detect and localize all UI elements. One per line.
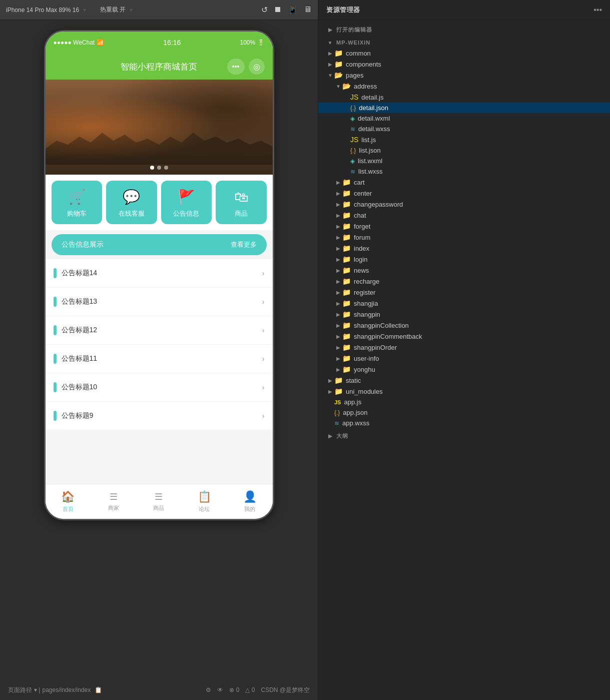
folder-shangpincollection[interactable]: 📁 shangpinCollection xyxy=(318,320,610,331)
index-arrow xyxy=(334,246,342,251)
js-icon: JS xyxy=(350,93,358,101)
news-arrow xyxy=(334,268,342,273)
changepassword-label: changepassword xyxy=(354,201,606,208)
dot-3[interactable] xyxy=(164,166,168,170)
folder-static[interactable]: 📁 static xyxy=(318,375,610,386)
folder-changepassword[interactable]: 📁 changepassword xyxy=(318,199,610,210)
folder-components[interactable]: 📁 components xyxy=(318,59,610,70)
notice-item-9[interactable]: 公告标题9 › xyxy=(46,402,273,430)
notice-bar[interactable]: 公告信息展示 查看更多 xyxy=(52,234,267,255)
notice-title-13: 公告标题13 xyxy=(62,297,98,306)
nav-mine-label: 我的 xyxy=(244,505,255,513)
dot-1[interactable] xyxy=(150,166,154,170)
folder-center[interactable]: 📁 center xyxy=(318,188,610,199)
device-label[interactable]: iPhone 14 Pro Max 89% 16 xyxy=(6,7,79,14)
wxml-icon: ◈ xyxy=(350,158,355,165)
forget-arrow xyxy=(334,224,342,229)
mp-weixin-label: MP-WEIXIN xyxy=(336,40,370,46)
notice-item-13[interactable]: 公告标题13 › xyxy=(46,288,273,316)
monitor-icon[interactable]: 🖥 xyxy=(304,5,312,15)
shangpin-arrow xyxy=(334,312,342,317)
shangjia-label: shangjia xyxy=(354,300,606,307)
file-list-wxss[interactable]: ≋ list.wxss xyxy=(318,166,610,177)
folder-pages[interactable]: 📂 pages xyxy=(318,70,610,81)
folder-user-info[interactable]: 📁 user-info xyxy=(318,353,610,364)
file-app-js[interactable]: JS app.js xyxy=(318,397,610,407)
folder-shangpin[interactable]: 📁 shangpin xyxy=(318,309,610,320)
register-folder-icon: 📁 xyxy=(342,288,351,296)
notice-badge xyxy=(54,354,57,364)
section-open-editors[interactable]: 打开的编辑器 xyxy=(318,22,610,36)
address-arrow xyxy=(334,84,342,89)
top-bar-icons: ↺ ⏹ 📱 🖥 xyxy=(261,5,312,15)
section-mp-weixin[interactable]: MP-WEIXIN xyxy=(318,36,610,48)
folder-chat[interactable]: 📁 chat xyxy=(318,210,610,221)
js-icon: JS xyxy=(350,136,358,144)
dot-2[interactable] xyxy=(157,166,161,170)
menu-cart[interactable]: 🛒 购物车 xyxy=(52,181,103,224)
file-app-json[interactable]: {.} app.json xyxy=(318,407,610,418)
file-list-wxml[interactable]: ◈ list.wxml xyxy=(318,156,610,166)
folder-shangpinorder[interactable]: 📁 shangpinOrder xyxy=(318,342,610,353)
time-display: 16:16 xyxy=(163,39,181,47)
folder-recharge[interactable]: 📁 recharge xyxy=(318,276,610,287)
notice-item-10[interactable]: 公告标题10 › xyxy=(46,373,273,402)
nav-goods[interactable]: ☰ 商品 xyxy=(136,487,182,516)
eye-icon[interactable]: 👁 xyxy=(217,686,223,693)
menu-notice[interactable]: 🚩 公告信息 xyxy=(161,181,212,224)
notice-more[interactable]: 查看更多 xyxy=(231,240,257,249)
nav-mine[interactable]: 👤 我的 xyxy=(227,486,273,517)
section-outline[interactable]: 大纲 xyxy=(318,428,610,442)
file-detail-json[interactable]: {.} detail.json xyxy=(318,103,610,113)
file-detail-wxml[interactable]: ◈ detail.wxml xyxy=(318,113,610,124)
phone-icon[interactable]: 📱 xyxy=(288,5,298,15)
nav-merchant[interactable]: ☰ 商家 xyxy=(91,487,136,516)
notice-item-12[interactable]: 公告标题12 › xyxy=(46,316,273,345)
yonghu-label: yonghu xyxy=(354,366,606,373)
list-wxss-label: list.wxss xyxy=(358,168,606,175)
notice-item-11[interactable]: 公告标题11 › xyxy=(46,345,273,373)
explorer-more-icon[interactable]: ••• xyxy=(593,6,602,15)
detail-json-label: detail.json xyxy=(359,104,606,112)
static-folder-icon: 📁 xyxy=(334,376,343,384)
notice-badge xyxy=(54,297,57,307)
folder-address[interactable]: 📂 address xyxy=(318,81,610,92)
folder-shangjia[interactable]: 📁 shangjia xyxy=(318,298,610,309)
nav-home[interactable]: 🏠 首页 xyxy=(46,486,91,517)
file-detail-js[interactable]: JS detail.js xyxy=(318,92,610,103)
js-icon: JS xyxy=(334,399,341,405)
mine-icon: 👤 xyxy=(243,490,257,503)
folder-index[interactable]: 📁 index xyxy=(318,243,610,254)
folder-forum[interactable]: 📁 forum xyxy=(318,232,610,243)
settings-icon[interactable]: ⚙ xyxy=(206,686,211,693)
shangpin-folder-icon: 📁 xyxy=(342,310,351,318)
folder-uni-modules[interactable]: 📁 uni_modules xyxy=(318,386,610,397)
index-label: index xyxy=(354,245,606,252)
refresh-icon[interactable]: ↺ xyxy=(261,5,268,15)
camera-button[interactable]: ◎ xyxy=(249,59,265,75)
common-label: common xyxy=(346,50,606,57)
pages-folder-icon: 📂 xyxy=(334,71,343,79)
folder-cart[interactable]: 📁 cart xyxy=(318,177,610,188)
file-list-json[interactable]: {.} list.json xyxy=(318,145,610,156)
forum-icon: 📋 xyxy=(198,490,211,503)
more-button[interactable]: ••• xyxy=(227,59,245,75)
notice-item-14[interactable]: 公告标题14 › xyxy=(46,259,273,288)
folder-news[interactable]: 📁 news xyxy=(318,265,610,276)
file-app-wxss[interactable]: ≋ app.wxss xyxy=(318,418,610,428)
folder-common[interactable]: 📁 common xyxy=(318,48,610,59)
file-detail-wxss[interactable]: ≋ detail.wxss xyxy=(318,124,610,134)
folder-forget[interactable]: 📁 forget xyxy=(318,221,610,232)
folder-register[interactable]: 📁 register xyxy=(318,287,610,298)
nav-forum[interactable]: 📋 论坛 xyxy=(182,486,227,517)
stop-icon[interactable]: ⏹ xyxy=(274,5,282,15)
menu-service[interactable]: 💬 在线客服 xyxy=(106,181,157,224)
menu-goods[interactable]: 🛍 商品 xyxy=(216,181,267,224)
folder-yonghu[interactable]: 📁 yonghu xyxy=(318,364,610,375)
open-editors-label: 打开的编辑器 xyxy=(336,26,372,34)
folder-login[interactable]: 📁 login xyxy=(318,254,610,265)
copy-icon[interactable]: 📋 xyxy=(95,686,102,693)
hot-reload-text[interactable]: 热重载 开 xyxy=(100,6,126,14)
folder-shangpincommentback[interactable]: 📁 shangpinCommentback xyxy=(318,331,610,342)
file-list-js[interactable]: JS list.js xyxy=(318,134,610,145)
